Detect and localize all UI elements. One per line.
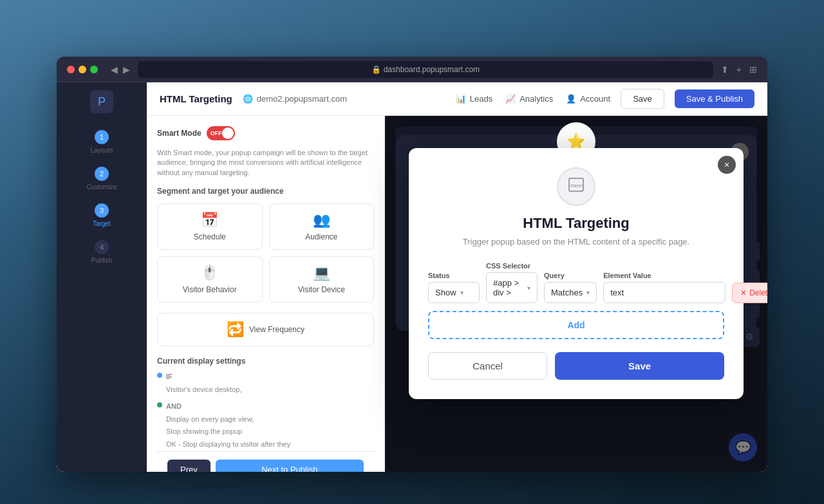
cancel-button[interactable]: Cancel (428, 352, 547, 380)
globe-icon: 🌐 (243, 94, 253, 104)
settings-and-content: ANDDisplay on every page view,Stop showi… (166, 400, 290, 451)
minimize-dot[interactable] (79, 66, 86, 73)
settings-dot-and (157, 402, 162, 407)
css-selector-label: CSS Selector (486, 262, 538, 270)
sidebar: P 1 Layouts 2 Customize 3 Target 4 Publi… (57, 82, 147, 472)
browser-dots (67, 66, 98, 73)
top-nav: HTML Targeting 🌐 demo2.popupsmart.com 📊 … (147, 82, 767, 116)
schedule-label: Schedule (194, 232, 226, 241)
html-modal-subtitle: Trigger popup based on the HTML content … (428, 237, 724, 247)
leads-label: Leads (470, 94, 492, 104)
svg-text:<html>: <html> (568, 183, 585, 189)
step-num-2: 2 (95, 167, 109, 181)
add-button[interactable]: Add (428, 311, 724, 339)
status-chevron: ▾ (460, 289, 464, 296)
visitor-device-card[interactable]: 💻 Visitor Device (269, 256, 375, 303)
prev-button[interactable]: Prev (167, 460, 211, 472)
status-label: Status (428, 272, 480, 279)
view-frequency-label: View Frequency (249, 325, 304, 334)
add-tab-icon[interactable]: + (736, 64, 742, 75)
settings-if: IFVisitor's device desktop, (157, 371, 374, 397)
delete-label: Delete (749, 288, 767, 297)
delete-group: ✕ Delete (732, 283, 767, 303)
step-num-4: 4 (95, 240, 109, 254)
analytics-label: Analytics (520, 94, 553, 104)
browser-window: ◀ ▶ 🔒 dashboard.popupsmart.com ⬆ + ⊞ P 1… (57, 57, 767, 472)
step-label-4: Publish (91, 257, 113, 264)
step-label-2: Customize (86, 183, 117, 191)
account-link[interactable]: 👤 Account (566, 94, 610, 104)
browser-nav: ◀ ▶ (111, 64, 130, 75)
forward-button[interactable]: ▶ (123, 64, 130, 75)
visitor-behavior-card[interactable]: 🖱️ Visitor Behavior (157, 256, 263, 303)
modal-save-button[interactable]: Save (555, 352, 724, 380)
css-selector-group: CSS Selector #app > div > ▾ (486, 262, 538, 303)
maximize-dot[interactable] (90, 66, 98, 73)
html-modal-close[interactable]: × (718, 156, 736, 174)
toggle-knob (222, 127, 234, 139)
element-value-input[interactable] (603, 282, 726, 303)
element-value-label: Element Value (603, 272, 726, 279)
share-icon[interactable]: ⬆ (721, 64, 729, 75)
sidebar-step-2[interactable]: 2 Customize (57, 160, 147, 197)
css-selector-chevron: ▾ (527, 285, 530, 292)
step-num-1: 1 (95, 130, 109, 144)
view-frequency-card[interactable]: 🔁 View Frequency (157, 313, 374, 346)
settings-dot-if (157, 373, 162, 378)
status-group: Status Show ▾ (428, 272, 480, 303)
visitor-device-icon: 💻 (313, 265, 330, 281)
smart-mode-label: Smart Mode (157, 129, 201, 138)
smart-mode-row: Smart Mode OFF (157, 126, 374, 140)
audience-label: Audience (305, 232, 337, 241)
leads-link[interactable]: 📊 Leads (456, 94, 492, 104)
delete-button[interactable]: ✕ Delete (732, 283, 767, 303)
address-bar[interactable]: 🔒 dashboard.popupsmart.com (138, 61, 713, 78)
section-title: Segment and target your audience (157, 187, 374, 196)
status-select[interactable]: Show ▾ (428, 282, 480, 303)
html-modal-title: HTML Targeting (428, 215, 724, 232)
nav-links: 📊 Leads 📈 Analytics 👤 Account (456, 94, 610, 104)
browser-actions: ⬆ + ⊞ (721, 64, 757, 75)
save-button[interactable]: Save (621, 89, 664, 109)
page-title: HTML Targeting (160, 93, 232, 104)
html-targeting-modal: <html> HTML Targeting Trigger popup base… (409, 148, 744, 399)
right-panel: 🖥 📱 👁 ⚙ ⭐ Visitor Behavi (385, 116, 767, 472)
next-button[interactable]: Next to Publish (216, 460, 364, 472)
sidebar-logo: P (90, 90, 113, 113)
main-content: HTML Targeting 🌐 demo2.popupsmart.com 📊 … (147, 82, 767, 472)
settings-list: IFVisitor's device desktop, ANDDisplay o… (157, 371, 374, 451)
html-icon: <html> (567, 176, 585, 198)
grid-icon[interactable]: ⊞ (749, 64, 757, 75)
schedule-card[interactable]: 📅 Schedule (157, 203, 263, 250)
view-frequency-icon: 🔁 (227, 321, 244, 338)
html-modal-header: <html> HTML Targeting Trigger popup base… (428, 167, 724, 247)
sidebar-step-3[interactable]: 3 Target (57, 197, 147, 234)
card-grid: 📅 Schedule 👥 Audience 🖱️ Visitor Behavio… (157, 203, 374, 303)
sidebar-step-4[interactable]: 4 Publish (57, 234, 147, 270)
css-selector-select[interactable]: #app > div > ▾ (486, 272, 538, 303)
query-group: Query Matches ▾ (544, 272, 597, 303)
save-publish-button[interactable]: Save & Publish (675, 89, 754, 108)
close-icon-inner: × (724, 160, 729, 170)
visitor-behavior-label: Visitor Behavior (183, 285, 237, 294)
query-chevron: ▾ (586, 289, 590, 296)
back-button[interactable]: ◀ (111, 64, 118, 75)
step-num-3: 3 (95, 203, 109, 218)
x-icon: ✕ (740, 288, 747, 297)
step-label-3: Target (93, 220, 111, 227)
account-icon: 👤 (566, 94, 576, 104)
smart-mode-toggle[interactable]: OFF (207, 126, 235, 140)
query-select[interactable]: Matches ▾ (544, 282, 597, 303)
modal-overlay: ⭐ Visitor Behavior Target your visitor b… (385, 116, 767, 472)
close-dot[interactable] (67, 66, 75, 73)
audience-card[interactable]: 👥 Audience (269, 203, 375, 250)
analytics-link[interactable]: 📈 Analytics (505, 94, 553, 104)
sidebar-step-1[interactable]: 1 Layouts (57, 124, 147, 160)
css-selector-value: #app > div > (493, 278, 523, 297)
leads-icon: 📊 (456, 94, 466, 104)
element-value-group: Element Value (603, 272, 726, 303)
step-label-1: Layouts (90, 147, 113, 154)
settings-and: ANDDisplay on every page view,Stop showi… (157, 400, 374, 451)
visitor-device-label: Visitor Device (298, 285, 345, 294)
toggle-text: OFF (211, 130, 222, 136)
